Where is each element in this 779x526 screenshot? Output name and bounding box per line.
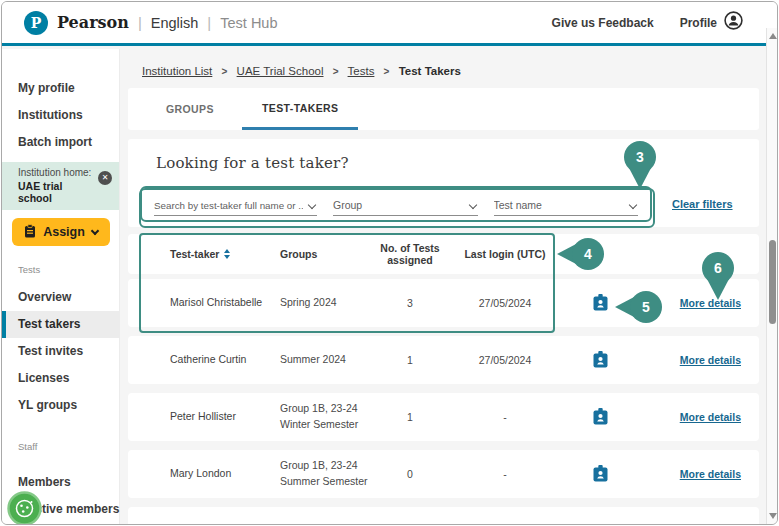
brand-pearson: Pearson [57, 13, 129, 32]
brand-separator: | [207, 14, 211, 31]
more-details-link[interactable]: More details [680, 468, 741, 480]
last-login-value: - [445, 468, 565, 480]
table-row: Marisol Christabelle Spring 2024 3 27/05… [128, 279, 759, 327]
breadcrumb-institution-list[interactable]: Institution List [142, 65, 212, 77]
clipboard-icon [24, 224, 36, 241]
breadcrumb-current-page: Test Takers [399, 65, 461, 77]
breadcrumb-tests[interactable]: Tests [348, 65, 375, 77]
pearson-logo-icon: P [24, 11, 48, 35]
column-tests-assigned-label: No. of Tests assigned [375, 242, 445, 266]
breadcrumb-separator: > [222, 66, 228, 77]
table-row: Catherine Curtin Summer 2024 1 27/05/202… [128, 336, 759, 384]
test-taker-groups: Spring 2024 [280, 295, 375, 311]
group-filter-placeholder: Group [333, 199, 464, 211]
search-heading: Looking for a test taker? [128, 139, 759, 172]
staff-section-label: Staff [2, 441, 119, 453]
column-test-taker-sort[interactable]: Test-taker [170, 248, 280, 260]
breadcrumb-separator: > [333, 66, 339, 77]
main-content: Institution List > UAE Trial School > Te… [120, 49, 771, 524]
group-filter[interactable]: Group [333, 192, 478, 216]
assign-button[interactable]: Assign [12, 218, 110, 246]
more-details-link[interactable]: More details [680, 411, 741, 423]
breadcrumb: Institution List > UAE Trial School > Te… [142, 65, 771, 77]
last-login-value: 27/05/2024 [445, 354, 565, 366]
table-header-row: Test-taker Groups No. of Tests assigned … [128, 234, 759, 274]
chevron-down-icon [308, 201, 316, 209]
test-taker-name: Mary London [170, 466, 280, 481]
scrollbar-thumb[interactable] [769, 240, 776, 324]
sidebar-item-batch-import[interactable]: Batch import [2, 129, 119, 156]
tests-assigned-count: 3 [375, 297, 445, 309]
last-login-value: 27/05/2024 [445, 297, 565, 309]
profile-menu[interactable]: Profile [680, 11, 743, 34]
breadcrumb-uae-trial-school[interactable]: UAE Trial School [237, 65, 324, 77]
test-name-filter-placeholder: Test name [494, 199, 625, 211]
test-taker-name-filter-placeholder: Search by test-taker full name or ... [154, 200, 303, 211]
institution-home-value: UAE trial school [18, 180, 97, 204]
breadcrumb-separator: > [384, 66, 390, 77]
institution-home-box: Institution home: UAE trial school [2, 162, 119, 210]
profile-person-icon [724, 11, 743, 34]
filter-group-box: Search by test-taker full name or ... Gr… [140, 186, 652, 222]
brand: P Pearson | English | Test Hub [24, 11, 278, 35]
test-taker-name: Marisol Christabelle [170, 295, 280, 310]
table-row: Mary London Group 1B, 23-24 Summer Semes… [128, 450, 759, 498]
sidebar-item-institutions[interactable]: Institutions [2, 102, 119, 129]
tests-assigned-count: 1 [375, 354, 445, 366]
column-test-taker-label: Test-taker [170, 248, 219, 260]
clear-filters-link[interactable]: Clear filters [672, 198, 733, 210]
assign-button-label: Assign [43, 225, 85, 239]
test-taker-name: Peter Hollister [170, 409, 280, 424]
sidebar-item-test-invites[interactable]: Test invites [2, 338, 119, 365]
id-badge-icon[interactable] [593, 351, 608, 370]
more-details-link[interactable]: More details [680, 354, 741, 366]
sidebar-item-licenses[interactable]: Licenses [2, 365, 119, 392]
test-taker-groups: Group 1B, 23-24 Winter Semester [280, 401, 375, 433]
tabs-bar: GROUPS TEST-TAKERS [128, 88, 759, 130]
table-body: Marisol Christabelle Spring 2024 3 27/05… [120, 279, 771, 498]
chevron-down-icon [629, 201, 637, 209]
sidebar-item-my-profile[interactable]: My profile [2, 75, 119, 102]
test-taker-name: Catherine Curtin [170, 352, 280, 367]
chevron-down-icon [468, 201, 476, 209]
id-badge-icon[interactable] [593, 465, 608, 484]
institution-home-label: Institution home: [18, 167, 97, 178]
test-taker-groups: Summer 2024 [280, 352, 375, 368]
id-badge-icon[interactable] [593, 408, 608, 427]
brand-english: English [151, 15, 199, 31]
search-panel: Looking for a test taker? Search by test… [128, 139, 759, 227]
chevron-down-icon [91, 226, 99, 234]
sort-icon [224, 249, 230, 259]
last-login-value: - [445, 411, 565, 423]
tests-section-label: Tests [2, 264, 119, 276]
close-icon[interactable] [98, 171, 112, 185]
test-taker-groups: Group 1B, 23-24 Summer Semester [280, 458, 375, 490]
sidebar-item-test-takers[interactable]: Test takers [2, 311, 119, 338]
app-window: P Pearson | English | Test Hub Give us F… [1, 1, 778, 525]
sidebar: My profile Institutions Batch import Ins… [2, 49, 120, 524]
column-groups-label: Groups [280, 248, 375, 260]
brand-testhub: Test Hub [220, 15, 277, 31]
table-row-partial [128, 507, 759, 525]
more-details-link[interactable]: More details [680, 297, 741, 309]
cookie-consent-button[interactable] [7, 491, 42, 525]
scrollbar-down-arrow[interactable] [769, 513, 777, 519]
tab-groups[interactable]: GROUPS [166, 88, 214, 130]
tests-assigned-count: 0 [375, 468, 445, 480]
id-badge-icon[interactable] [593, 294, 608, 313]
scrollbar-up-arrow[interactable] [769, 33, 777, 39]
sidebar-item-yl-groups[interactable]: YL groups [2, 392, 119, 419]
test-taker-name-filter[interactable]: Search by test-taker full name or ... [154, 192, 317, 216]
tab-test-takers[interactable]: TEST-TAKERS [242, 88, 359, 130]
sidebar-item-overview[interactable]: Overview [2, 284, 119, 311]
brand-separator: | [138, 14, 142, 31]
test-name-filter[interactable]: Test name [494, 192, 639, 216]
give-feedback-link[interactable]: Give us Feedback [552, 16, 654, 30]
column-last-login-label: Last login (UTC) [445, 248, 565, 260]
vertical-scrollbar [766, 28, 777, 524]
table-row: Peter Hollister Group 1B, 23-24 Winter S… [128, 393, 759, 441]
profile-label: Profile [680, 16, 717, 30]
app-header: P Pearson | English | Test Hub Give us F… [2, 2, 777, 46]
tests-assigned-count: 1 [375, 411, 445, 423]
